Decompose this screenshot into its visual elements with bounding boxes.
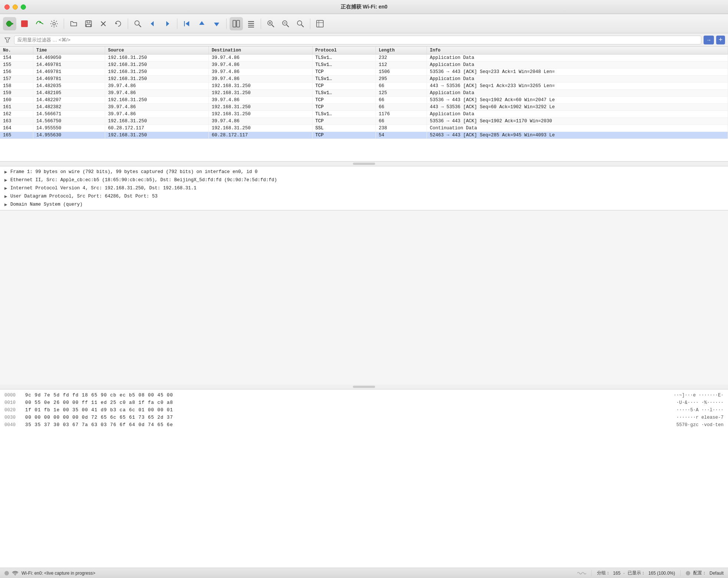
close-file-button[interactable] [97,17,110,30]
table-cell: Application Data [427,90,728,97]
packet-list: No. Time Source Destination Protocol Len… [0,47,728,162]
profile-indicator [686,571,690,575]
table-cell: 192.168.31.250 [105,54,208,62]
maximize-button[interactable] [21,4,26,10]
svg-marker-0 [39,21,42,23]
zoom-out-button[interactable] [279,17,292,30]
scroll-thumb [353,163,375,165]
detail-row[interactable]: ▶Internet Protocol Version 4, Src: 192.1… [0,184,728,192]
forward-button[interactable] [161,17,174,30]
detail-arrow-icon: ▶ [4,185,10,191]
filter-add-button[interactable]: + [716,36,725,44]
zoom-in-button[interactable] [264,17,277,30]
table-cell: Application Data [427,76,728,83]
reload-button[interactable] [111,17,125,30]
table-cell: 66 [375,104,427,111]
statusbar: Wi-Fi: en0: <live capture in progress> 分… [0,568,728,578]
hex-ascii: ·······r elease-7 [676,414,724,421]
save-button[interactable] [82,17,95,30]
table-cell: TCP [312,104,375,111]
table-row[interactable]: 16214.56667139.97.4.86192.168.31.250TLSv… [0,111,728,118]
hex-bytes: 9c 9d 7e 5d fd fd 18 65 90 cb ec b5 08 0… [25,392,668,399]
table-cell: 192.168.31.250 [208,111,312,118]
table-cell: SSL [312,125,375,132]
filter-apply-button[interactable]: → [704,36,714,44]
go-down-button[interactable] [210,17,223,30]
table-cell: 158 [0,83,33,90]
back-button[interactable] [146,17,159,30]
table-cell: Application Data [427,54,728,62]
go-up-button[interactable] [195,17,208,30]
restart-capture-button[interactable] [33,17,46,30]
table-cell: 238 [375,125,427,132]
table-row[interactable]: 15514.469781192.168.31.25039.97.4.86TLSv… [0,62,728,69]
detail-row[interactable]: ▶Ethernet II, Src: Apple_cb:ec:b5 (18:65… [0,176,728,184]
go-first-button[interactable] [180,17,194,30]
table-cell: 192.168.31.250 [105,97,208,104]
search-button[interactable] [131,17,144,30]
table-cell: 160 [0,97,33,104]
table-cell: 157 [0,76,33,83]
table-cell: TCP [312,97,375,104]
hex-offset: 0010 [4,399,19,406]
table-cell: 53536 → 443 [ACK] Seq=1902 Ack=60 Win=20… [427,97,728,104]
open-button[interactable] [67,17,80,30]
table-row[interactable]: 15814.48203539.97.4.86192.168.31.250TCP6… [0,83,728,90]
table-row[interactable]: 15414.469050192.168.31.25039.97.4.86TLSv… [0,54,728,62]
status-sep-1 [591,570,592,576]
table-cell: 60.28.172.117 [208,132,312,139]
window-controls [4,4,26,10]
table-cell: 66 [375,83,427,90]
table-cell: Continuation Data [427,125,728,132]
packet-tbody: 15414.469050192.168.31.25039.97.4.86TLSv… [0,54,728,139]
hex-offset: 0020 [4,406,19,414]
svg-line-27 [287,25,289,27]
table-row[interactable]: 15714.469781192.168.31.25039.97.4.86TLSv… [0,76,728,83]
table-cell: 39.97.4.86 [208,69,312,76]
table-row[interactable]: 15914.48210539.97.4.86192.168.31.250TLSv… [0,90,728,97]
close-button[interactable] [4,4,10,10]
start-capture-button[interactable] [3,17,16,30]
hex-ascii: ·U·&···· ·%······ [676,399,724,406]
hex-offset: 0030 [4,414,19,421]
filter-input[interactable] [14,36,701,44]
svg-marker-7 [116,22,117,24]
table-row[interactable]: 15614.469781192.168.31.25039.97.4.86TCP1… [0,69,728,76]
svg-rect-4 [86,24,91,27]
table-cell: 192.168.31.250 [208,83,312,90]
table-cell: 163 [0,118,33,125]
settings-button[interactable] [47,17,61,30]
dot-sep-1: · [624,571,625,576]
detail-row[interactable]: ▶User Datagram Protocol, Src Port: 64286… [0,192,728,200]
view-list-button[interactable] [244,17,258,30]
time-ref-button[interactable] [313,17,327,30]
hex-bytes: 35 35 37 30 03 67 7a 63 03 76 6f 64 0d 7… [25,421,670,429]
stop-capture-button[interactable] [18,17,31,30]
zoom-reset-button[interactable] [294,17,307,30]
table-cell: 159 [0,90,33,97]
svg-rect-31 [317,20,323,27]
table-row[interactable]: 16314.566750192.168.31.25039.97.4.86TCP6… [0,118,728,125]
table-row[interactable]: 16414.95555060.28.172.117192.168.31.250S… [0,125,728,132]
minimize-button[interactable] [13,4,18,10]
hex-bytes: 00 55 0e 26 00 00 ff 11 ed 25 c0 a8 1f f… [25,399,670,406]
svg-marker-13 [186,21,189,26]
table-cell: 14.482207 [33,97,105,104]
hex-offset: 0040 [4,421,19,429]
table-cell: Application Data [427,111,728,118]
detail-row[interactable]: ▶Domain Name System (query) [0,200,728,209]
svg-line-23 [272,25,274,27]
detail-row[interactable]: ▶Frame 1: 99 bytes on wire (792 bits), 9… [0,168,728,176]
detail-arrow-icon: ▶ [4,169,10,175]
table-cell: 155 [0,62,33,69]
separator-5 [261,19,261,29]
table-row[interactable]: 16114.48238239.97.4.86192.168.31.250TCP6… [0,104,728,111]
table-row[interactable]: 16514.955630192.168.31.25060.28.172.117T… [0,132,728,139]
toolbar [0,14,728,33]
view-columns-button[interactable] [230,17,243,30]
svg-line-9 [139,25,141,27]
table-cell: 162 [0,111,33,118]
table-row[interactable]: 16014.482207192.168.31.25039.97.4.86TCP6… [0,97,728,104]
profile-label: 配置： [693,570,707,576]
table-cell: 1176 [375,111,427,118]
